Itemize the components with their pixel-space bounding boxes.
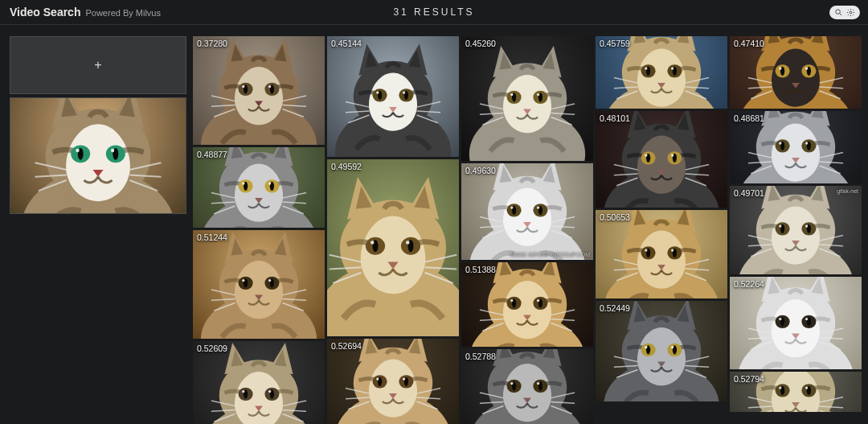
result-tile[interactable]: 0.52264 (730, 277, 862, 369)
result-tile[interactable]: 0.45759 (596, 36, 727, 109)
results-grid: 0.37280 0.48877 (193, 36, 862, 424)
result-tile[interactable]: 0.49592 (327, 159, 459, 336)
result-thumbnail (193, 36, 325, 145)
svg-point-20 (268, 85, 271, 88)
svg-point-128 (671, 154, 674, 156)
result-thumbnail (596, 301, 727, 401)
results-column: 0.45260 0.49630MAKE GIFS AT GIFSOUP.COM (461, 36, 593, 424)
svg-point-64 (371, 241, 374, 244)
svg-point-127 (645, 154, 647, 156)
result-tile[interactable]: 0.45144 (327, 36, 459, 157)
result-tile[interactable]: 0.52694 (327, 339, 459, 424)
result-thumbnail (596, 111, 727, 208)
svg-point-101 (537, 299, 539, 302)
results-column: 0.37280 0.48877 (193, 36, 325, 424)
svg-point-146 (671, 346, 674, 348)
svg-point-137 (671, 249, 674, 251)
result-thumbnail (730, 372, 862, 412)
result-tile[interactable]: 0.52788 (461, 349, 593, 424)
svg-point-38 (268, 279, 271, 282)
svg-point-74 (403, 377, 405, 380)
result-thumbnail (193, 341, 325, 424)
svg-point-55 (376, 91, 379, 93)
result-tile[interactable]: 0.52609 (193, 341, 325, 424)
svg-point-47 (268, 390, 271, 393)
svg-point-10 (76, 149, 79, 152)
svg-point-172 (779, 224, 781, 227)
result-thumbnail (327, 159, 459, 336)
svg-point-119 (671, 67, 674, 69)
results-column: 0.45144 0.49592 (327, 36, 459, 424)
result-thumbnail (596, 36, 727, 109)
header-action-pill (829, 6, 860, 19)
svg-point-46 (242, 390, 244, 393)
result-thumbnail (461, 163, 593, 260)
query-sidebar: + (0, 25, 193, 424)
result-thumbnail (461, 349, 593, 424)
result-thumbnail (461, 36, 593, 161)
result-thumbnail (193, 147, 325, 228)
result-thumbnail (193, 230, 325, 339)
result-tile[interactable]: 0.47410 (730, 36, 862, 109)
result-tile[interactable]: 0.48877 (193, 147, 325, 228)
svg-point-56 (403, 91, 405, 93)
svg-point-182 (805, 318, 808, 320)
svg-point-181 (779, 318, 781, 320)
svg-point-191 (805, 386, 808, 389)
svg-point-0 (836, 9, 841, 14)
svg-point-164 (805, 142, 808, 144)
result-thumbnail (730, 186, 862, 274)
brand: Video Search Powered By Milvus (0, 6, 161, 19)
results-scroll[interactable]: 0.37280 0.48877 (193, 25, 868, 424)
gear-icon (846, 8, 855, 17)
header-actions (829, 6, 868, 19)
svg-point-19 (242, 85, 244, 88)
result-tile[interactable]: 0.37280 (193, 36, 325, 145)
results-column: 0.45759 0.48101 (596, 36, 727, 424)
svg-point-29 (268, 182, 271, 184)
result-tile[interactable]: 0.51244 (193, 230, 325, 339)
settings-button[interactable] (845, 8, 857, 17)
svg-point-190 (779, 386, 781, 389)
svg-point-37 (242, 279, 244, 282)
result-thumbnail (327, 339, 459, 424)
result-thumbnail (327, 36, 459, 157)
svg-point-11 (111, 149, 114, 152)
result-tile[interactable]: 0.49701gifak-net (730, 186, 862, 274)
svg-point-2 (850, 11, 852, 14)
results-count: 31 RESULTS (393, 6, 474, 18)
result-tile[interactable]: 0.48101 (596, 111, 727, 208)
result-tile[interactable]: 0.52449 (596, 301, 727, 401)
svg-point-65 (406, 241, 409, 244)
svg-point-154 (779, 67, 781, 69)
query-image (10, 98, 186, 213)
svg-point-91 (510, 206, 513, 208)
svg-point-173 (805, 224, 808, 227)
upload-query-tile[interactable]: + (10, 36, 186, 94)
result-tile[interactable]: 0.52794 (730, 372, 862, 412)
svg-line-1 (840, 13, 842, 15)
result-tile[interactable]: 0.48681 (730, 111, 862, 183)
query-image-tile[interactable] (10, 97, 186, 214)
content: + (0, 25, 868, 424)
result-thumbnail (730, 36, 862, 109)
svg-point-136 (645, 249, 647, 251)
app-subtitle: Powered By Milvus (85, 8, 161, 18)
result-tile[interactable]: 0.51388 (461, 262, 593, 347)
svg-point-155 (805, 67, 808, 69)
svg-point-100 (510, 299, 513, 302)
svg-point-28 (242, 182, 244, 184)
result-tile[interactable]: 0.45260 (461, 36, 593, 161)
app-header: Video Search Powered By Milvus 31 RESULT… (0, 0, 868, 25)
app-title: Video Search (10, 6, 80, 19)
search-button[interactable] (833, 8, 845, 17)
result-tile[interactable]: 0.49630MAKE GIFS AT GIFSOUP.COM (461, 163, 593, 260)
svg-point-92 (537, 206, 539, 208)
plus-icon: + (94, 59, 101, 72)
svg-point-163 (779, 142, 781, 144)
svg-point-145 (645, 346, 647, 348)
result-thumbnail (730, 111, 862, 183)
result-thumbnail (596, 210, 727, 298)
result-tile[interactable]: 0.50653 (596, 210, 727, 298)
results-column: 0.47410 0.48681 (730, 36, 862, 424)
